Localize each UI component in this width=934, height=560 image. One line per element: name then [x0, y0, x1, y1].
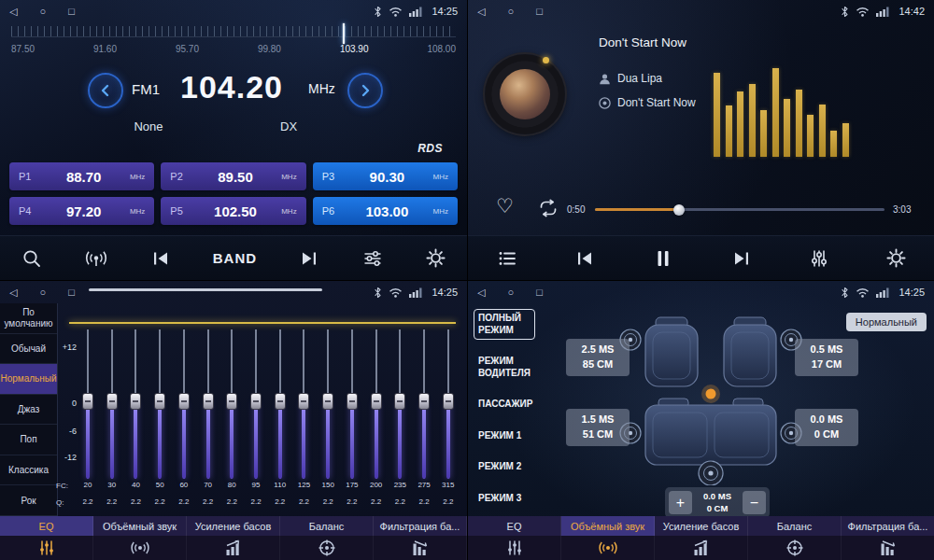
previous-track-button[interactable]: [573, 247, 596, 270]
eq-band-slider[interactable]: [224, 329, 239, 479]
eq-slider-handle[interactable]: [298, 393, 309, 410]
eq-band-slider[interactable]: [152, 329, 167, 479]
recents-button[interactable]: □: [536, 7, 543, 17]
progress-knob[interactable]: [673, 204, 685, 216]
preset-button-p6[interactable]: P6103.00MHz: [313, 197, 458, 225]
eq-band-slider[interactable]: [345, 329, 360, 479]
eq-band-slider[interactable]: [273, 329, 288, 479]
preset-button-p4[interactable]: P497.20MHz: [9, 197, 154, 225]
preset-button-p5[interactable]: P5102.50MHz: [161, 197, 305, 225]
back-button[interactable]: ◁: [9, 287, 17, 298]
eq-band-slider[interactable]: [417, 329, 432, 479]
band-switch-button[interactable]: BAND: [213, 250, 257, 266]
eq-band-slider[interactable]: [80, 329, 95, 479]
eq-slider-handle[interactable]: [371, 393, 382, 410]
delay-rear-right[interactable]: 0.0 MS 0 CM: [795, 409, 858, 446]
tab-surround-sound[interactable]: Объёмный звук: [93, 516, 187, 536]
surround-mode-item[interactable]: РЕЖИМ 2: [474, 457, 535, 477]
eq-band-slider[interactable]: [105, 329, 120, 479]
delay-rear-left[interactable]: 1.5 MS 51 CM: [566, 409, 630, 446]
settings-button[interactable]: [425, 247, 446, 269]
tab-surround-sound[interactable]: Объёмный звук: [561, 516, 655, 536]
tab-filter[interactable]: Фильтрация ба...: [842, 516, 934, 536]
eq-band-slider[interactable]: [296, 329, 311, 479]
album-art[interactable]: [485, 54, 565, 134]
tab-eq-sliders[interactable]: EQ: [0, 516, 93, 536]
eq-slider-handle[interactable]: [322, 393, 333, 410]
balance-icon[interactable]: [748, 536, 842, 560]
eq-preset-item[interactable]: Поп: [0, 425, 57, 455]
eq-preset-item[interactable]: По умолчанию: [0, 303, 57, 334]
eq-slider-handle[interactable]: [443, 393, 454, 410]
surround-mode-item[interactable]: РЕЖИМ 1: [474, 427, 535, 446]
sound-profile-button[interactable]: Нормальный: [846, 313, 927, 331]
surround-sound-icon[interactable]: [561, 536, 655, 560]
next-track-button[interactable]: [730, 247, 753, 270]
eq-preset-item[interactable]: Нормальный: [0, 364, 57, 395]
seek-up-button[interactable]: [347, 73, 383, 108]
eq-slider-handle[interactable]: [418, 393, 430, 410]
eq-slider-handle[interactable]: [275, 393, 286, 410]
tab-bass-boost[interactable]: Усиление басов: [655, 516, 748, 536]
next-station-button[interactable]: [298, 247, 320, 270]
eq-band-slider[interactable]: [248, 329, 263, 479]
tab-filter[interactable]: Фильтрация ба...: [374, 516, 467, 536]
settings-button[interactable]: [885, 247, 907, 269]
surround-mode-item[interactable]: РЕЖИМ ВОДИТЕЛЯ: [474, 352, 535, 383]
back-button[interactable]: ◁: [9, 7, 17, 17]
surround-mode-item[interactable]: РЕЖИМ 3: [474, 489, 535, 509]
progress-slider[interactable]: [595, 208, 884, 211]
repeat-button[interactable]: [537, 198, 559, 222]
tab-balance[interactable]: Баланс: [748, 516, 842, 536]
eq-band-slider[interactable]: [369, 329, 384, 479]
seek-down-button[interactable]: [88, 73, 123, 108]
increase-delay-button[interactable]: +: [669, 491, 692, 514]
recents-button[interactable]: □: [68, 7, 75, 17]
bass-boost-icon[interactable]: [187, 536, 280, 560]
eq-slider-handle[interactable]: [82, 393, 93, 410]
bass-boost-icon[interactable]: [655, 536, 748, 560]
eq-band-slider[interactable]: [441, 329, 456, 479]
eq-slider-handle[interactable]: [226, 393, 237, 410]
delay-front-right[interactable]: 0.5 MS 17 CM: [795, 339, 858, 376]
tab-balance[interactable]: Баланс: [280, 516, 374, 536]
preset-button-p1[interactable]: P188.70MHz: [9, 162, 154, 190]
eq-band-slider[interactable]: [177, 329, 191, 479]
tab-bass-boost[interactable]: Усиление басов: [187, 516, 280, 536]
pause-button[interactable]: [651, 246, 675, 271]
search-button[interactable]: [21, 247, 43, 270]
filter-icon[interactable]: [842, 536, 934, 560]
eq-sliders-icon[interactable]: [468, 536, 561, 560]
eq-slider-handle[interactable]: [130, 393, 141, 410]
home-button[interactable]: ○: [39, 7, 46, 17]
decrease-delay-button[interactable]: −: [743, 491, 766, 514]
scroll-indicator[interactable]: [89, 288, 322, 291]
filter-icon[interactable]: [374, 536, 467, 560]
favorite-button[interactable]: ♡: [496, 195, 514, 217]
eq-preset-item[interactable]: Классика: [0, 455, 57, 486]
tab-eq-sliders[interactable]: EQ: [468, 516, 561, 536]
eq-slider-handle[interactable]: [203, 393, 214, 410]
eq-slider-handle[interactable]: [178, 393, 190, 410]
preset-button-p2[interactable]: P289.50MHz: [161, 162, 305, 190]
broadcast-button[interactable]: [84, 247, 108, 270]
eq-slider-handle[interactable]: [250, 393, 262, 410]
preset-button-p3[interactable]: P390.30MHz: [313, 162, 458, 190]
home-button[interactable]: ○: [507, 287, 514, 298]
home-button[interactable]: ○: [507, 7, 514, 17]
balance-icon[interactable]: [280, 536, 374, 560]
home-button[interactable]: ○: [39, 287, 46, 298]
mixer-button[interactable]: [808, 247, 830, 270]
back-button[interactable]: ◁: [477, 7, 485, 17]
delay-front-left[interactable]: 2.5 MS 85 CM: [566, 339, 630, 376]
recents-button[interactable]: □: [68, 287, 75, 298]
audio-filter-button[interactable]: [361, 247, 384, 270]
eq-slider-handle[interactable]: [394, 393, 405, 410]
playlist-button[interactable]: [496, 247, 518, 270]
eq-slider-handle[interactable]: [154, 393, 165, 410]
eq-sliders-icon[interactable]: [0, 536, 93, 560]
eq-slider-handle[interactable]: [347, 393, 358, 410]
eq-preset-item[interactable]: Джаз: [0, 395, 57, 426]
eq-preset-item[interactable]: Обычай: [0, 334, 57, 365]
eq-band-slider[interactable]: [128, 329, 143, 479]
